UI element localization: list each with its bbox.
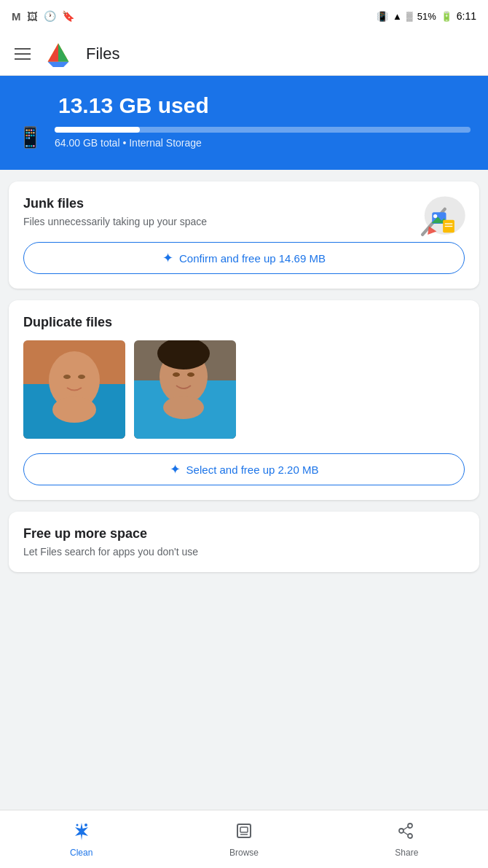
- battery-percent: 51%: [417, 11, 436, 22]
- top-bar: Files: [0, 32, 488, 76]
- browse-label: Browse: [229, 848, 259, 858]
- sparkle-icon: ✦: [162, 250, 173, 266]
- svg-point-29: [76, 824, 78, 826]
- status-right: 📳 ▲ ▓ 51% 🔋 6:11: [377, 10, 476, 22]
- menu-button[interactable]: [15, 48, 31, 60]
- junk-files-desc: Files unnecessarily taking up your space: [23, 216, 465, 227]
- browse-icon: [235, 821, 253, 845]
- storage-row: 📱 64.00 GB total • Internal Storage: [17, 125, 471, 149]
- svg-point-28: [84, 824, 87, 826]
- wifi-icon: ▲: [393, 11, 402, 22]
- svg-point-18: [63, 375, 71, 379]
- svg-point-26: [173, 372, 180, 377]
- phone-icon: 📱: [17, 125, 43, 149]
- share-label: Share: [395, 848, 418, 858]
- nav-item-clean[interactable]: Clean: [0, 821, 162, 858]
- duplicate-image-1: [23, 340, 125, 439]
- svg-line-37: [404, 832, 408, 834]
- svg-marker-3: [48, 61, 69, 66]
- status-bar: M 🖼 🕐 🔖 📳 ▲ ▓ 51% 🔋 6:11: [0, 0, 488, 32]
- svg-point-35: [408, 834, 412, 838]
- storage-banner: 13.13 GB used 📱 64.00 GB total • Interna…: [0, 76, 488, 170]
- svg-rect-31: [240, 827, 248, 832]
- svg-point-17: [52, 396, 96, 423]
- battery-icon: 🔋: [441, 11, 452, 22]
- content: Junk files Files unnecessarily taking up…: [0, 170, 488, 655]
- photo-icon: 🖼: [27, 10, 38, 23]
- junk-files-card: Junk files Files unnecessarily taking up…: [9, 181, 479, 289]
- signal-icon: ▓: [406, 11, 413, 21]
- free-up-title: Free up more space: [23, 526, 465, 541]
- free-up-desc: Let Files search for apps you don't use: [23, 546, 465, 558]
- time: 6:11: [457, 10, 476, 22]
- bottom-nav: Clean Browse Share: [0, 810, 488, 868]
- svg-marker-2: [58, 43, 68, 61]
- duplicate-files-card: Duplicate files: [9, 300, 479, 500]
- clean-label: Clean: [70, 848, 93, 858]
- bookmark-icon: 🔖: [62, 10, 74, 22]
- app-logo: [45, 41, 71, 67]
- vibrate-icon: 📳: [377, 11, 388, 22]
- nav-item-share[interactable]: Share: [326, 821, 488, 858]
- storage-bar-container: 64.00 GB total • Internal Storage: [55, 127, 471, 149]
- svg-marker-1: [48, 43, 58, 61]
- svg-line-36: [404, 826, 408, 829]
- m-icon: M: [12, 10, 21, 23]
- duplicate-files-title: Duplicate files: [23, 315, 465, 330]
- clock-icon: 🕐: [44, 10, 56, 22]
- junk-confirm-button[interactable]: ✦ Confirm and free up 14.69 MB: [23, 242, 465, 274]
- nav-item-browse[interactable]: Browse: [162, 821, 325, 858]
- storage-used: 13.13 GB used: [58, 93, 471, 118]
- svg-point-19: [78, 375, 85, 379]
- share-icon: [397, 821, 416, 845]
- storage-bar-fill: [55, 127, 140, 133]
- duplicate-images-row: [23, 340, 465, 439]
- junk-files-icon: [409, 193, 468, 244]
- duplicate-image-2: [134, 340, 236, 439]
- sparkle-icon-2: ✦: [170, 461, 181, 477]
- svg-point-34: [399, 829, 404, 833]
- app-title: Files: [86, 44, 119, 63]
- junk-files-title: Junk files: [23, 196, 465, 211]
- storage-bar-bg: [55, 127, 471, 133]
- duplicate-action-label: Select and free up 2.20 MB: [186, 464, 319, 476]
- svg-point-27: [187, 372, 194, 377]
- svg-point-33: [408, 824, 412, 828]
- free-up-space-card: Free up more space Let Files search for …: [9, 512, 479, 572]
- svg-rect-30: [237, 824, 251, 837]
- duplicate-select-button[interactable]: ✦ Select and free up 2.20 MB: [23, 453, 465, 485]
- storage-sub: 64.00 GB total • Internal Storage: [55, 137, 471, 149]
- status-left-icons: M 🖼 🕐 🔖: [12, 10, 74, 23]
- clean-icon: [72, 821, 91, 845]
- junk-action-label: Confirm and free up 14.69 MB: [179, 252, 326, 265]
- svg-point-7: [433, 214, 437, 218]
- svg-point-24: [163, 396, 204, 419]
